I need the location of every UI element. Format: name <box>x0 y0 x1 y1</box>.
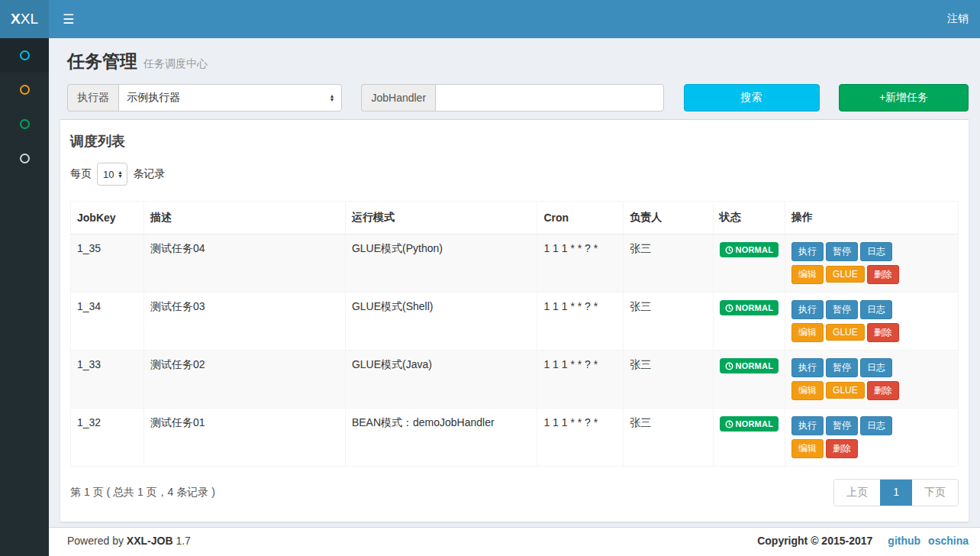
sidebar-item-2[interactable] <box>0 73 49 107</box>
action-button[interactable]: 编辑 <box>791 381 824 400</box>
status-badge: NORMAL <box>720 358 779 373</box>
select-arrows-icon: ▴▾ <box>118 170 121 178</box>
page-size-select[interactable]: 10 ▴▾ <box>97 163 127 186</box>
action-button[interactable]: 编辑 <box>791 323 824 342</box>
copyright-text: Copyright © 2015-2017githuboschina <box>757 535 969 556</box>
cell-owner: 张三 <box>624 351 713 409</box>
brand-name: XXL-JOB <box>127 535 173 547</box>
executor-selected-value: 示例执行器 <box>127 91 180 105</box>
select-arrows-icon: ▴▾ <box>330 94 334 102</box>
search-button[interactable]: 搜索 <box>684 84 820 112</box>
action-button[interactable]: 执行 <box>791 416 824 435</box>
action-button[interactable]: 日志 <box>860 358 892 377</box>
column-header: Cron <box>537 202 624 234</box>
action-button[interactable]: 日志 <box>860 416 892 435</box>
action-button[interactable]: 执行 <box>791 358 824 377</box>
powered-by-text: Powered by XXL-JOB 1.7 <box>67 535 191 556</box>
action-button[interactable]: 编辑 <box>791 265 824 284</box>
table-footer: 第 1 页 ( 总共 1 页，4 条记录 ) 上页 1 下页 <box>70 467 959 514</box>
jobhandler-filter-group: JobHandler <box>361 84 664 112</box>
action-button[interactable]: 暂停 <box>826 300 858 319</box>
filter-toolbar: 执行器 示例执行器 ▴▾ JobHandler 搜索 +新增任务 <box>67 84 969 112</box>
action-button[interactable]: 删除 <box>867 265 899 284</box>
column-header: 状态 <box>713 202 785 234</box>
cell-actions: 执行暂停日志编辑GLUE删除 <box>785 234 959 293</box>
page-subtitle: 任务调度中心 <box>143 57 208 70</box>
action-button-row: 编辑GLUE删除 <box>791 381 952 400</box>
action-button-row: 编辑删除 <box>791 439 952 458</box>
top-navbar: XXL ☰ 注销 <box>0 0 980 38</box>
cell-mode: GLUE模式(Java) <box>345 351 537 409</box>
executor-select[interactable]: 示例执行器 ▴▾ <box>118 84 342 112</box>
cell-jobkey: 1_33 <box>71 351 144 409</box>
jobhandler-label: JobHandler <box>361 84 435 112</box>
status-badge: NORMAL <box>720 300 779 315</box>
cell-cron: 1 1 1 * * ? * <box>537 234 624 293</box>
action-button[interactable]: GLUE <box>826 266 865 283</box>
cell-owner: 张三 <box>624 409 713 467</box>
table-row: 1_35测试任务04GLUE模式(Python)1 1 1 * * ? *张三N… <box>71 234 959 293</box>
page-size-value: 10 <box>103 169 114 180</box>
action-button[interactable]: 删除 <box>826 439 858 458</box>
table-row: 1_33测试任务02GLUE模式(Java)1 1 1 * * ? *张三NOR… <box>71 351 959 409</box>
action-button[interactable]: 编辑 <box>791 439 824 458</box>
sidebar-toggle-icon[interactable]: ☰ <box>49 0 88 38</box>
action-button[interactable]: 日志 <box>860 242 892 261</box>
cell-actions: 执行暂停日志编辑删除 <box>785 409 959 467</box>
cell-mode: GLUE模式(Python) <box>345 234 537 293</box>
status-label: NORMAL <box>736 303 773 312</box>
panel-title: 调度列表 <box>70 132 959 150</box>
column-header: JobKey <box>71 202 144 234</box>
circle-icon <box>20 50 30 60</box>
sidebar-item-4[interactable] <box>0 141 49 176</box>
action-button[interactable]: 暂停 <box>826 416 858 435</box>
pagination-summary: 第 1 页 ( 总共 1 页，4 条记录 ) <box>70 486 215 499</box>
app-logo[interactable]: XXL <box>0 0 49 38</box>
pagination-prev-button[interactable]: 上页 <box>834 480 880 506</box>
logout-link[interactable]: 注销 <box>936 0 980 38</box>
cell-cron: 1 1 1 * * ? * <box>537 351 624 409</box>
action-button[interactable]: 执行 <box>791 300 824 319</box>
action-button[interactable]: GLUE <box>826 324 865 341</box>
job-table: JobKey描述运行模式Cron负责人状态操作 1_35测试任务04GLUE模式… <box>70 201 959 467</box>
action-button[interactable]: 执行 <box>791 242 824 261</box>
page-size-prefix: 每页 <box>70 167 92 181</box>
pagination-current-page[interactable]: 1 <box>880 480 912 506</box>
clock-icon <box>725 420 733 428</box>
jobhandler-input[interactable] <box>435 84 664 112</box>
cell-jobkey: 1_34 <box>71 293 144 351</box>
status-badge: NORMAL <box>720 242 779 257</box>
pagination: 上页 1 下页 <box>833 479 959 506</box>
page-header: 任务管理任务调度中心 <box>49 38 980 81</box>
table-header-row: JobKey描述运行模式Cron负责人状态操作 <box>71 202 959 234</box>
cell-jobkey: 1_32 <box>71 409 144 467</box>
oschina-link[interactable]: oschina <box>928 535 969 547</box>
content-wrapper: 任务管理任务调度中心 执行器 示例执行器 ▴▾ JobHandler 搜索 +新… <box>49 38 980 527</box>
action-button[interactable]: GLUE <box>826 382 865 399</box>
column-header: 描述 <box>144 202 346 234</box>
cell-status: NORMAL <box>713 293 785 351</box>
version-number: 1.7 <box>176 535 190 547</box>
action-button-row: 编辑GLUE删除 <box>791 323 952 342</box>
cell-desc: 测试任务02 <box>144 351 346 409</box>
action-button[interactable]: 日志 <box>860 300 892 319</box>
action-button[interactable]: 删除 <box>867 323 899 342</box>
cell-status: NORMAL <box>713 234 785 293</box>
sidebar-item-3[interactable] <box>0 107 49 141</box>
pagination-next-button[interactable]: 下页 <box>912 480 958 506</box>
action-button[interactable]: 暂停 <box>826 242 858 261</box>
footer-links: githuboschina <box>880 535 969 547</box>
sidebar-item-1[interactable] <box>0 38 49 73</box>
action-button-row: 执行暂停日志 <box>791 416 952 435</box>
clock-icon <box>725 362 733 370</box>
clock-icon <box>725 304 733 312</box>
cell-cron: 1 1 1 * * ? * <box>537 409 624 467</box>
cell-desc: 测试任务01 <box>144 409 346 467</box>
logo-text-bold: X <box>11 11 21 27</box>
action-button-row: 执行暂停日志 <box>791 242 952 261</box>
github-link[interactable]: github <box>888 535 920 547</box>
table-body: 1_35测试任务04GLUE模式(Python)1 1 1 * * ? *张三N… <box>71 234 959 467</box>
action-button[interactable]: 删除 <box>867 381 899 400</box>
add-job-button[interactable]: +新增任务 <box>839 84 969 112</box>
action-button[interactable]: 暂停 <box>826 358 858 377</box>
